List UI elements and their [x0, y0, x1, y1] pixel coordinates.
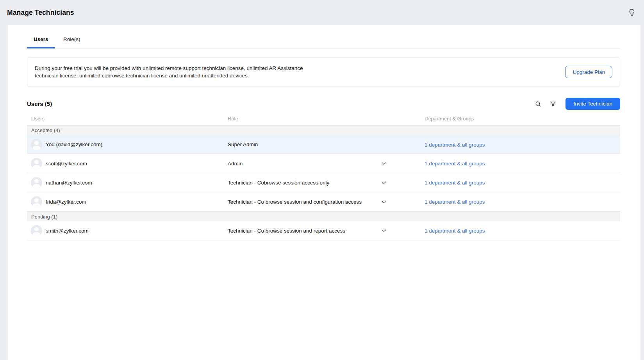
trial-message: During your free trial you will be provi…	[35, 64, 320, 79]
section-band: Accepted (4)	[27, 125, 620, 135]
tab-users[interactable]: Users	[27, 31, 55, 48]
department-groups-link[interactable]: 1 department & all groups	[425, 142, 485, 148]
page-title: Manage Technicians	[7, 9, 74, 17]
section-band-label: Accepted (4)	[31, 127, 60, 133]
filter-icon	[549, 100, 557, 107]
user-name: scott@zylker.com	[46, 161, 87, 167]
department-groups-link[interactable]: 1 department & all groups	[425, 199, 485, 205]
list-actions: Invite Technician	[533, 98, 620, 110]
avatar	[31, 139, 42, 150]
table-row[interactable]: nathan@zylker.com Technician - Cobrowse …	[27, 173, 620, 192]
col-header-role: Role	[228, 116, 381, 122]
department-groups-link[interactable]: 1 department & all groups	[425, 161, 485, 167]
dept-cell: 1 department & all groups	[425, 160, 620, 167]
chevron-down-icon[interactable]	[381, 179, 387, 186]
page-header: Manage Technicians	[0, 0, 644, 25]
invite-technician-button[interactable]: Invite Technician	[566, 98, 620, 110]
dept-cell: 1 department & all groups	[425, 227, 620, 234]
trial-banner: During your free trial you will be provi…	[27, 57, 620, 86]
user-cell: frida@zylker.com	[27, 196, 228, 208]
role-cell: Technician - Cobrowse session access onl…	[228, 180, 381, 186]
chevron-down-icon[interactable]	[381, 199, 387, 205]
table-header-row: Users Role Department & Groups	[27, 112, 620, 125]
dept-cell: 1 department & all groups	[425, 179, 620, 186]
dept-cell: 1 department & all groups	[425, 198, 620, 205]
tab-roles[interactable]: Role(s)	[57, 31, 87, 48]
table-row[interactable]: frida@zylker.com Technician - Co browse …	[27, 192, 620, 211]
col-header-users: Users	[27, 116, 228, 122]
department-groups-link[interactable]: 1 department & all groups	[425, 180, 485, 186]
role-cell: Technician - Co browse session and confi…	[228, 199, 381, 205]
filter-button[interactable]	[548, 99, 558, 109]
user-cell: scott@zylker.com	[27, 158, 228, 169]
dept-cell: 1 department & all groups	[425, 141, 620, 148]
user-name: smith@zylker.com	[46, 228, 89, 234]
chevron-down-icon[interactable]	[381, 227, 387, 234]
avatar	[31, 177, 42, 188]
table-body: Accepted (4) You (david@zylker.com) Supe…	[27, 125, 620, 240]
users-list-header: Users (5)	[27, 98, 620, 110]
section-band: Pending (1)	[27, 211, 620, 221]
search-icon	[535, 100, 542, 107]
table-row[interactable]: You (david@zylker.com) Super Admin 1 dep…	[27, 135, 620, 154]
role-cell: Admin	[228, 161, 381, 167]
tabs-bar: Users Role(s)	[27, 25, 620, 48]
user-name: nathan@zylker.com	[46, 180, 92, 186]
user-cell: smith@zylker.com	[27, 225, 228, 236]
users-table: Users Role Department & Groups Accepted …	[27, 112, 620, 240]
role-cell: Super Admin	[228, 141, 381, 147]
user-name: You (david@zylker.com)	[46, 141, 102, 147]
table-row[interactable]: smith@zylker.com Technician - Co browse …	[27, 221, 620, 240]
user-cell: You (david@zylker.com)	[27, 139, 228, 150]
avatar	[31, 225, 42, 236]
upgrade-plan-button[interactable]: Upgrade Plan	[565, 66, 612, 78]
avatar	[31, 158, 42, 169]
tips-button[interactable]	[625, 6, 639, 19]
avatar	[31, 196, 42, 208]
user-cell: nathan@zylker.com	[27, 177, 228, 188]
table-row[interactable]: scott@zylker.com Admin 1 department & al…	[27, 154, 620, 173]
lightbulb-icon	[628, 8, 636, 17]
user-name: frida@zylker.com	[46, 199, 86, 205]
users-count-title: Users (5)	[27, 100, 52, 107]
col-header-dept: Department & Groups	[425, 116, 620, 122]
section-band-label: Pending (1)	[31, 214, 57, 220]
chevron-down-icon[interactable]	[381, 160, 387, 167]
department-groups-link[interactable]: 1 department & all groups	[425, 228, 485, 234]
role-cell: Technician - Co browse session and repor…	[228, 228, 381, 234]
main-card: Users Role(s) During your free trial you…	[8, 25, 640, 360]
search-button[interactable]	[533, 99, 544, 109]
